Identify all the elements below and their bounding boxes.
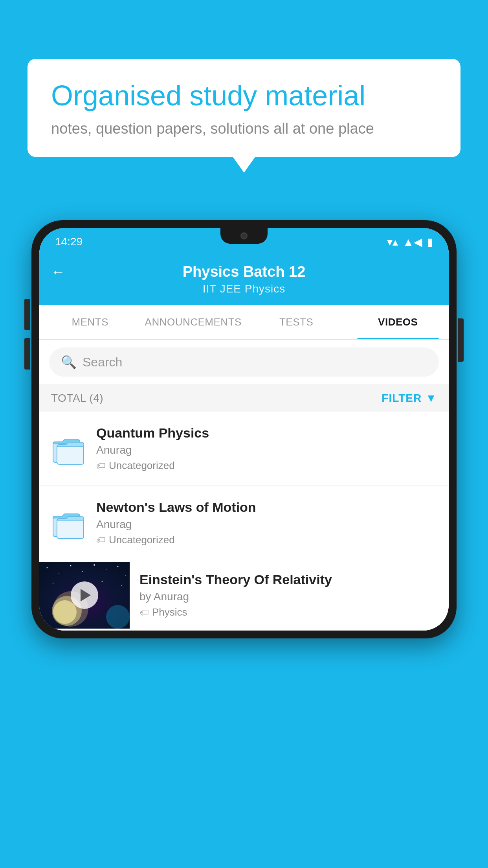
speech-bubble: Organised study material notes, question… [28, 59, 460, 157]
list-item[interactable]: Quantum Physics Anurag 🏷 Uncategorized [39, 412, 449, 486]
svg-point-18 [53, 600, 77, 624]
tag-icon: 🏷 [96, 460, 106, 471]
status-time: 14:29 [55, 235, 83, 248]
volume-button-1 [24, 299, 30, 330]
video-title: Quantum Physics [96, 425, 437, 441]
app-title: Physics Batch 12 [183, 263, 306, 280]
power-button [458, 318, 464, 362]
svg-point-13 [53, 583, 53, 584]
play-triangle-icon [81, 589, 91, 601]
camera [240, 232, 248, 239]
svg-point-5 [47, 567, 48, 568]
filter-icon: ▼ [426, 392, 437, 405]
svg-point-6 [59, 573, 59, 574]
video-author: Anurag [96, 518, 437, 531]
svg-point-14 [102, 581, 103, 582]
svg-point-7 [70, 565, 72, 566]
tab-announcements[interactable]: ANNOUNCEMENTS [141, 305, 246, 339]
search-bar[interactable]: 🔍 Search [49, 348, 439, 377]
phone-container: 14:29 ▾▴ ▲◀ ▮ ← Physics Batch 12 IIT JEE… [31, 220, 457, 638]
phone-frame: 14:29 ▾▴ ▲◀ ▮ ← Physics Batch 12 IIT JEE… [31, 220, 457, 638]
video-info: Einstein's Theory Of Relativity by Anura… [139, 560, 437, 630]
svg-rect-3 [57, 519, 84, 539]
video-thumbnail [39, 562, 130, 629]
svg-point-15 [121, 585, 122, 586]
svg-point-19 [106, 605, 130, 629]
tag-label: Uncategorized [109, 460, 175, 472]
tab-ments[interactable]: MENTS [39, 305, 141, 339]
tag-icon: 🏷 [96, 535, 106, 546]
app-subtitle: IIT JEE Physics [203, 283, 286, 295]
tag-label: Uncategorized [109, 534, 175, 546]
total-count: TOTAL (4) [51, 392, 103, 405]
signal-icon: ▲◀ [403, 235, 422, 248]
battery-icon: ▮ [427, 235, 433, 248]
play-button[interactable] [71, 581, 98, 609]
svg-point-8 [82, 571, 83, 572]
notch [220, 228, 268, 244]
video-title: Newton's Laws of Motion [96, 500, 437, 515]
speech-bubble-container: Organised study material notes, question… [28, 59, 460, 157]
tag-icon: 🏷 [139, 607, 149, 618]
search-icon: 🔍 [61, 355, 77, 370]
video-tag: 🏷 Uncategorized [96, 534, 437, 546]
video-info: Newton's Laws of Motion Anurag 🏷 Uncateg… [96, 500, 437, 546]
svg-point-11 [117, 566, 119, 567]
tab-tests[interactable]: TESTS [246, 305, 347, 339]
speech-bubble-subtitle: notes, question papers, solutions all at… [51, 120, 437, 137]
svg-point-10 [106, 569, 106, 570]
tab-videos[interactable]: VIDEOS [347, 305, 449, 339]
filter-label: FILTER [382, 392, 422, 405]
speech-bubble-title: Organised study material [51, 79, 437, 112]
back-button[interactable]: ← [51, 264, 65, 280]
folder-icon [51, 505, 86, 541]
svg-rect-1 [57, 445, 84, 464]
tag-label: Physics [152, 606, 187, 618]
svg-point-9 [94, 564, 95, 566]
filter-row: TOTAL (4) FILTER ▼ [39, 385, 449, 412]
status-icons: ▾▴ ▲◀ ▮ [387, 235, 433, 248]
video-info: Quantum Physics Anurag 🏷 Uncategorized [96, 425, 437, 472]
video-author: by Anurag [139, 590, 437, 603]
phone-screen: 14:29 ▾▴ ▲◀ ▮ ← Physics Batch 12 IIT JEE… [39, 228, 449, 631]
video-tag: 🏷 Uncategorized [96, 460, 437, 472]
video-title: Einstein's Theory Of Relativity [139, 572, 437, 587]
status-bar: 14:29 ▾▴ ▲◀ ▮ [39, 228, 449, 256]
folder-icon [51, 431, 86, 466]
volume-button-2 [24, 338, 30, 370]
video-list: Quantum Physics Anurag 🏷 Uncategorized [39, 412, 449, 631]
list-item[interactable]: Einstein's Theory Of Relativity by Anura… [39, 560, 449, 631]
search-container: 🔍 Search [39, 340, 449, 385]
tab-bar: MENTS ANNOUNCEMENTS TESTS VIDEOS [39, 305, 449, 340]
search-input[interactable]: Search [83, 355, 122, 370]
app-header: ← Physics Batch 12 IIT JEE Physics [39, 256, 449, 305]
video-author: Anurag [96, 444, 437, 456]
header-row: ← Physics Batch 12 [51, 263, 437, 280]
wifi-icon: ▾▴ [387, 235, 398, 248]
video-tag: 🏷 Physics [139, 606, 437, 618]
filter-button[interactable]: FILTER ▼ [382, 392, 437, 405]
svg-point-12 [125, 575, 126, 576]
list-item[interactable]: Newton's Laws of Motion Anurag 🏷 Uncateg… [39, 486, 449, 560]
